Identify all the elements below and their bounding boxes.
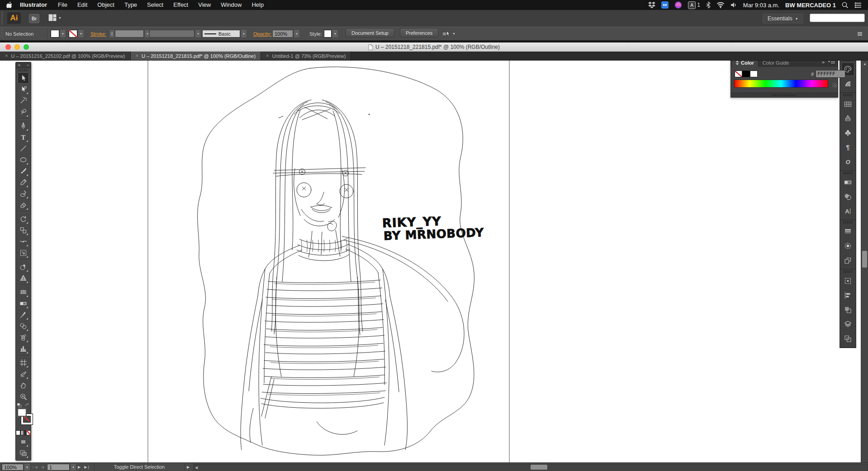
swatches-panel-button[interactable]: [841, 97, 854, 111]
menu-help[interactable]: Help: [247, 0, 269, 10]
opacity-dropdown[interactable]: ▼: [294, 29, 300, 38]
menu-effect[interactable]: Effect: [168, 0, 193, 10]
opentype-panel-button[interactable]: O: [841, 155, 854, 169]
brush-dropdown[interactable]: ▼: [241, 29, 247, 38]
layers-panel-button[interactable]: [841, 317, 854, 331]
bridge-button[interactable]: Br: [29, 14, 39, 23]
align-panel-button[interactable]: [841, 288, 854, 302]
artboard-dropdown[interactable]: ▼: [70, 463, 76, 471]
symbol-sprayer-tool[interactable]: [18, 332, 29, 343]
fill-color-swatch[interactable]: [51, 30, 59, 38]
pathfinder-panel-button[interactable]: [841, 303, 854, 316]
close-icon[interactable]: ✕: [18, 63, 21, 67]
variable-width-profile[interactable]: [149, 30, 194, 38]
horizontal-scroll-thumb[interactable]: [531, 465, 547, 470]
opacity-value[interactable]: 100%: [272, 30, 293, 38]
perspective-grid-tool[interactable]: [18, 273, 29, 284]
status-display[interactable]: Toggle Direct Selection: [94, 463, 185, 471]
horizontal-scrollbar[interactable]: ◀: [194, 464, 868, 471]
chevron-down-icon[interactable]: ▼: [452, 32, 455, 35]
paintbrush-tool[interactable]: [18, 165, 29, 177]
transform-panel-button[interactable]: [841, 274, 854, 287]
character-styles-panel-button[interactable]: A: [841, 204, 854, 218]
menu-bar-clock[interactable]: Mar 9:03 a.m.: [743, 2, 779, 9]
eraser-tool[interactable]: [18, 199, 29, 211]
tab-close-icon[interactable]: ×: [5, 53, 8, 58]
stroke-dropdown-button[interactable]: ▼: [78, 29, 84, 38]
volume-icon[interactable]: [730, 2, 737, 8]
creative-cloud-icon[interactable]: [674, 1, 682, 9]
panel-resize-grip[interactable]: [832, 83, 837, 87]
profile-dropdown[interactable]: ▼: [195, 29, 201, 38]
vertical-scrollbar[interactable]: ▲: [861, 60, 868, 462]
opacity-panel-link[interactable]: Opacity:: [253, 31, 271, 37]
dropbox-icon[interactable]: [648, 2, 655, 9]
gradient-mode-button[interactable]: [21, 430, 25, 435]
scale-tool[interactable]: [18, 225, 29, 236]
gradient-tool[interactable]: [18, 298, 29, 309]
first-artboard-button[interactable]: ❘◀: [30, 465, 39, 469]
style-swatch[interactable]: [324, 30, 332, 38]
zoom-dropdown[interactable]: ▼: [24, 463, 30, 471]
apple-menu-icon[interactable]: [6, 2, 12, 9]
white-swatch[interactable]: [750, 71, 758, 77]
pen-tool[interactable]: [18, 120, 29, 132]
artboard-tool[interactable]: [18, 357, 29, 368]
document-tab-2[interactable]: ×U – 20151218_221815.pdf* @ 100% (RGB/Ou…: [131, 52, 261, 60]
document-tab-1[interactable]: ×U – 20151216_225102.pdf @ 100% (RGB/Pre…: [0, 52, 131, 60]
control-panel-menu-icon[interactable]: [857, 31, 863, 37]
zoom-level-field[interactable]: 100%: [2, 464, 24, 471]
brush-definition[interactable]: Basic: [202, 30, 240, 38]
graphic-styles-panel-button[interactable]: [841, 254, 854, 267]
appearance-panel-button[interactable]: [841, 239, 854, 253]
menu-view[interactable]: View: [193, 0, 216, 10]
collapse-icon[interactable]: »: [27, 63, 29, 67]
hand-tool[interactable]: [18, 380, 29, 391]
fill-indicator[interactable]: [18, 409, 26, 416]
pencil-tool[interactable]: [18, 177, 29, 188]
previous-artboard-button[interactable]: ◀: [39, 465, 46, 469]
lasso-tool[interactable]: [18, 106, 29, 118]
input-source-icon[interactable]: A 1: [688, 1, 700, 9]
panel-drag-bar[interactable]: [731, 93, 838, 97]
blend-tool[interactable]: [18, 320, 29, 332]
hex-value-input[interactable]: [816, 70, 845, 78]
menu-bar-account[interactable]: BW MERCADEO 1: [785, 2, 836, 9]
stroke-color-swatch[interactable]: [69, 30, 77, 38]
menu-object[interactable]: Object: [92, 0, 119, 10]
gradient-panel-button[interactable]: [841, 175, 854, 189]
direct-selection-tool[interactable]: [18, 84, 29, 95]
mesh-tool[interactable]: [18, 287, 29, 298]
screen-mode-button[interactable]: [18, 447, 29, 459]
vertical-scroll-thumb[interactable]: [862, 251, 867, 268]
menu-illustrator[interactable]: Illustrator: [14, 0, 53, 10]
workspace-switcher[interactable]: Essentials ▼: [763, 14, 803, 24]
ellipse-tool[interactable]: [18, 154, 29, 165]
zoom-tool[interactable]: [18, 391, 29, 402]
shape-builder-tool[interactable]: [18, 261, 29, 273]
eyedropper-tool[interactable]: [18, 309, 29, 320]
artboard-number-field[interactable]: 1: [47, 464, 70, 471]
artboards-panel-button[interactable]: [841, 332, 854, 345]
width-tool[interactable]: [18, 236, 29, 247]
line-segment-tool[interactable]: [18, 143, 29, 154]
canvas[interactable]: RIKY_YY BY MRNOBODY: [0, 60, 861, 462]
menu-window[interactable]: Window: [216, 0, 247, 10]
next-artboard-button[interactable]: ▶: [76, 465, 82, 469]
align-options-icon[interactable]: [441, 30, 451, 38]
spotlight-icon[interactable]: [842, 2, 849, 9]
stroke-weight-stepper[interactable]: ▲▼: [109, 29, 115, 38]
swap-fill-stroke-icon[interactable]: [25, 403, 29, 407]
scroll-left-arrow[interactable]: ◀: [195, 466, 198, 470]
rotate-tool[interactable]: [18, 213, 29, 225]
menu-edit[interactable]: Edit: [72, 0, 92, 10]
default-fill-stroke-icon[interactable]: [17, 403, 22, 407]
menu-select[interactable]: Select: [142, 0, 168, 10]
symbols-panel-button[interactable]: [841, 126, 854, 140]
transparency-panel-button[interactable]: [841, 190, 854, 203]
black-swatch[interactable]: [742, 71, 750, 77]
stroke-weight-value[interactable]: [115, 30, 144, 38]
stroke-panel-link[interactable]: Stroke:: [90, 31, 106, 37]
color-mode-button[interactable]: [16, 430, 20, 435]
selection-tool[interactable]: [18, 72, 29, 84]
